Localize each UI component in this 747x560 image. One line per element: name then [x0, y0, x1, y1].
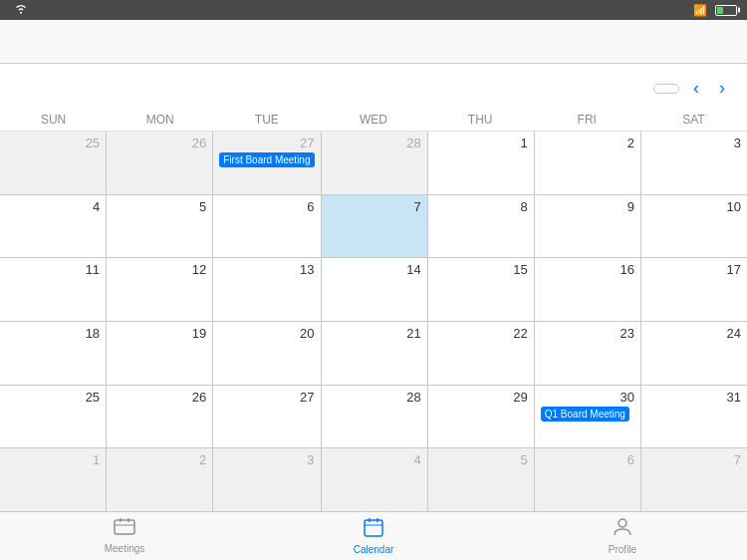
next-month-button[interactable]: › — [713, 74, 731, 103]
day-number: 6 — [219, 199, 314, 214]
calendar-cell[interactable]: 6 — [535, 448, 640, 511]
day-number: 22 — [434, 326, 528, 341]
day-header-fri: FRI — [534, 109, 640, 131]
calendar-cell[interactable]: 8 — [428, 195, 534, 258]
day-number: 3 — [219, 452, 314, 467]
day-number: 14 — [328, 262, 421, 277]
calendar-cell[interactable]: 1 — [428, 132, 534, 194]
calendar-cell[interactable]: 7 — [322, 195, 427, 258]
calendar-cell[interactable]: 17 — [641, 258, 747, 321]
day-headers: SUNMONTUEWEDTHUFRISAT — [0, 109, 747, 132]
calendar-cell[interactable]: 26 — [107, 386, 212, 448]
profile-icon — [613, 517, 632, 542]
svg-rect-0 — [115, 520, 134, 534]
svg-rect-4 — [365, 520, 382, 536]
day-number: 4 — [328, 452, 421, 467]
battery-icon — [715, 5, 737, 16]
day-number: 13 — [219, 262, 314, 277]
wifi-icon — [14, 3, 28, 17]
calendar-cell[interactable]: 22 — [428, 322, 534, 385]
day-number: 29 — [434, 390, 528, 405]
day-number: 27 — [219, 136, 314, 150]
day-number: 26 — [113, 390, 206, 405]
day-number: 30 — [541, 390, 634, 405]
nav-controls: ‹ › — [653, 74, 731, 103]
nav-bar — [0, 20, 747, 64]
calendar-cell[interactable]: 2 — [107, 448, 212, 511]
day-number: 15 — [434, 262, 528, 277]
day-number: 12 — [113, 262, 206, 277]
day-number: 1 — [434, 136, 528, 150]
tab-profile[interactable]: Profile — [498, 517, 747, 555]
day-header-tue: TUE — [213, 109, 320, 131]
calendar-cell[interactable]: 5 — [428, 448, 534, 511]
tab-label-profile: Profile — [609, 544, 636, 555]
calendar-cell[interactable]: 14 — [322, 258, 427, 321]
tab-meetings[interactable]: Meetings — [0, 518, 249, 554]
calendar-cell[interactable]: 21 — [322, 322, 427, 385]
calendar-cell[interactable]: 2 — [535, 132, 640, 194]
calendar-cell[interactable]: 7 — [641, 448, 747, 511]
day-header-mon: MON — [107, 109, 213, 131]
calendar-grid: 252627First Board Meeting281234567891011… — [0, 132, 747, 511]
calendar-cell[interactable]: 30Q1 Board Meeting — [535, 386, 640, 448]
day-number: 18 — [6, 326, 100, 341]
calendar-cell[interactable]: 3 — [213, 448, 320, 511]
calendar-cell[interactable]: 20 — [213, 322, 320, 385]
svg-point-8 — [619, 519, 626, 527]
calendar-cell[interactable]: 15 — [428, 258, 534, 321]
day-header-sat: SAT — [640, 109, 747, 131]
calendar-icon — [364, 517, 383, 542]
day-number: 5 — [434, 452, 528, 467]
calendar-cell[interactable]: 6 — [213, 195, 320, 258]
calendar-cell[interactable]: 12 — [107, 258, 212, 321]
calendar-cell[interactable]: 5 — [107, 195, 212, 258]
day-number: 3 — [647, 136, 741, 150]
calendar-cell[interactable]: 3 — [641, 132, 747, 194]
day-header-thu: THU — [427, 109, 534, 131]
meetings-icon — [114, 518, 135, 541]
day-number: 24 — [647, 326, 741, 341]
calendar-cell[interactable]: 10 — [641, 195, 747, 258]
day-number: 16 — [541, 262, 634, 277]
calendar-cell[interactable]: 28 — [322, 386, 427, 448]
calendar-cell[interactable]: 25 — [0, 386, 106, 448]
calendar-cell[interactable]: 31 — [641, 386, 747, 448]
day-number: 11 — [6, 262, 100, 277]
day-number: 5 — [113, 199, 206, 214]
calendar-cell[interactable]: 1 — [0, 448, 106, 511]
calendar-cell[interactable]: 25 — [0, 132, 106, 194]
calendar-cell[interactable]: 19 — [107, 322, 212, 385]
day-number: 27 — [219, 390, 314, 405]
day-number: 21 — [328, 326, 421, 341]
tab-bar: Meetings Calendar Profile — [0, 511, 747, 560]
calendar-cell[interactable]: 4 — [322, 448, 427, 511]
calendar-cell[interactable]: 29 — [428, 386, 534, 448]
calendar-cell[interactable]: 13 — [213, 258, 320, 321]
calendar-cell[interactable]: 24 — [641, 322, 747, 385]
day-number: 28 — [328, 136, 421, 150]
tab-label-meetings: Meetings — [105, 543, 145, 554]
event-tag[interactable]: Q1 Board Meeting — [541, 407, 629, 421]
day-number: 28 — [328, 390, 421, 405]
calendar-cell[interactable]: 28 — [322, 132, 427, 194]
day-number: 25 — [6, 390, 100, 405]
calendar-cell[interactable]: 11 — [0, 258, 106, 321]
calendar-cell[interactable]: 26 — [107, 132, 212, 194]
calendar-cell[interactable]: 16 — [535, 258, 640, 321]
calendar-cell[interactable]: 9 — [535, 195, 640, 258]
calendar-cell[interactable]: 4 — [0, 195, 106, 258]
today-button[interactable] — [653, 84, 679, 94]
calendar-cell[interactable]: 27 — [213, 386, 320, 448]
day-number: 31 — [647, 390, 741, 405]
status-bar: 📶 — [0, 0, 747, 20]
event-tag[interactable]: First Board Meeting — [219, 152, 314, 167]
day-number: 9 — [541, 199, 634, 214]
day-number: 8 — [434, 199, 528, 214]
calendar-cell[interactable]: 23 — [535, 322, 640, 385]
tab-calendar[interactable]: Calendar — [249, 517, 498, 555]
prev-month-button[interactable]: ‹ — [687, 74, 705, 103]
calendar-cell[interactable]: 27First Board Meeting — [213, 132, 320, 194]
calendar-cell[interactable]: 18 — [0, 322, 106, 385]
status-right: 📶 — [693, 4, 737, 17]
